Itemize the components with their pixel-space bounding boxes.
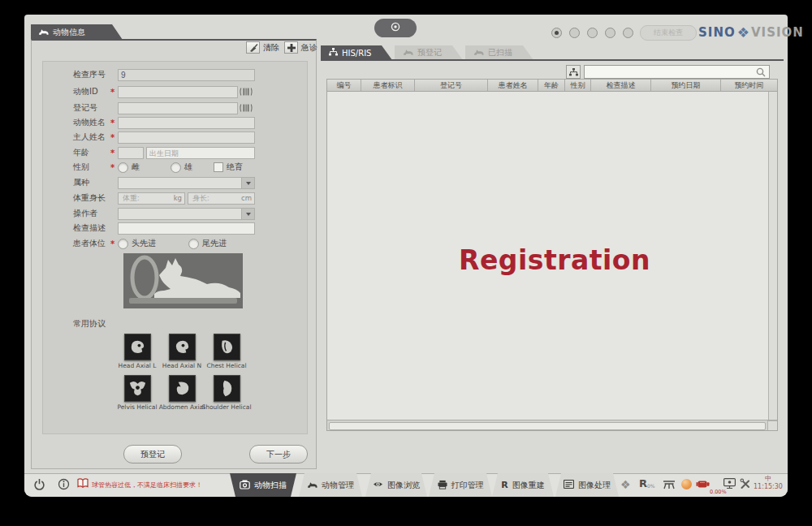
exam-no-input[interactable] [118,69,255,81]
log-book-icon[interactable] [77,478,89,489]
brand-diamond-icon: ❖ [737,26,749,40]
search-icon[interactable] [756,67,766,77]
dog-icon [403,48,413,58]
end-exam-button[interactable]: 结束检查 [640,25,697,41]
disk-usage-circle [681,479,692,489]
nav-print-manage-label: 打印管理 [451,480,484,491]
column-header[interactable]: 性别 [565,80,591,91]
clear-button[interactable]: 清除 [246,41,279,54]
protocol-thumb-pelvis-helical[interactable] [124,375,151,402]
gender-male-radio[interactable] [171,162,181,173]
status-indicator-1[interactable] [551,28,562,38]
chevron-down-icon[interactable] [241,178,254,188]
column-header[interactable]: 编号 [327,80,361,91]
gender-female-label: 雌 [132,162,140,173]
disk-usage-icon[interactable] [681,479,692,489]
protocol-thumb-abdomen-axial[interactable] [169,375,196,402]
column-header[interactable]: 年龄 [538,80,565,91]
column-header[interactable]: 登记号 [415,80,488,91]
status-indicator-5[interactable] [623,28,633,38]
desc-input[interactable] [118,222,255,235]
reg-no-label: 登记号 [73,102,110,114]
tail-first-radio[interactable] [188,239,199,249]
tube-heat-icon[interactable] [696,480,710,489]
scrollbar-thumb[interactable] [329,422,766,430]
recon-status[interactable]: R 0% [639,477,655,489]
nav-image-process[interactable]: 图像处理 [555,473,619,497]
search-input[interactable] [585,67,756,76]
column-header[interactable]: 预约日期 [651,80,721,91]
protocol-thumb-shoulder-helical[interactable] [214,375,240,402]
tab-preregistered[interactable]: 预登记 [395,45,463,60]
birth-date-input[interactable] [146,147,255,159]
tab-scanned[interactable]: 已扫描 [465,45,533,60]
species-select[interactable] [118,177,255,189]
required-marker: * [110,133,118,142]
animal-info-tab-label: 动物信息 [53,27,85,38]
tools-icon[interactable] [740,478,750,489]
weight-input[interactable] [121,193,174,203]
reg-no-input[interactable] [118,102,238,114]
owner-name-input[interactable] [118,132,255,144]
tab-underline [321,59,784,61]
age-row: 年龄 * [73,146,255,159]
head-first-label: 头先进 [132,238,156,249]
gender-row: 性别 * 雌 雄 绝育 [73,161,255,174]
length-input[interactable] [191,193,241,203]
scan-table-status-icon[interactable] [663,479,676,489]
nav-image-process-label: 图像处理 [578,480,611,491]
animal-name-input[interactable] [118,117,255,129]
application-window: 结束检查 SINO ❖ VISION 动物信息 清除 急诊 检查序号 动物ID … [0,0,812,526]
worklist-query-button[interactable] [566,65,581,79]
protocol-thumb-chest-helical[interactable] [214,334,240,360]
tab-hisris-label: HIS/RIS [342,49,371,58]
plus-icon [284,41,298,54]
nav-animal-manage[interactable]: 动物管理 [299,473,362,497]
workstation-icon[interactable] [723,478,736,489]
tube-heat-percent: 0.00% [710,489,727,495]
neutered-checkbox[interactable] [214,162,223,172]
nav-animal-manage-label: 动物管理 [322,480,354,491]
nav-animal-scan[interactable]: 动物扫描 [230,473,296,497]
head-first-radio[interactable] [118,239,128,249]
gender-female-radio[interactable] [118,162,128,173]
status-indicator-4[interactable] [605,28,615,38]
position-label: 患者体位 [73,238,110,249]
status-indicator-3[interactable] [587,28,598,38]
nav-image-browse[interactable]: 图像浏览 [365,473,427,497]
emergency-button[interactable]: 急诊 [284,41,317,54]
nav-image-browse-label: 图像浏览 [387,480,420,491]
registration-watermark: Registration [433,244,676,276]
language-indicator[interactable]: 中 [752,475,784,483]
column-header[interactable]: 患者标识 [361,80,415,91]
animal-id-input[interactable] [118,86,238,98]
eye-icon [373,480,383,490]
scrollbar-corner [767,420,777,430]
brand-logo: SINO ❖ VISION [698,24,804,41]
chevron-down-icon[interactable] [241,209,254,219]
gender-male-label: 雄 [184,162,192,173]
tab-hisris[interactable]: HIS/RIS [321,45,392,60]
vertical-scrollbar[interactable] [768,92,777,420]
operator-select[interactable] [118,208,255,220]
protocol-thumb-head-axial-l[interactable] [124,334,151,360]
age-input[interactable] [118,147,144,159]
column-header[interactable]: 患者姓名 [488,80,538,91]
power-button[interactable] [33,478,45,490]
preregister-button-label: 预登记 [140,449,165,460]
preregister-button[interactable]: 预登记 [123,445,182,463]
protocol-thumb-head-axial-n[interactable] [169,334,196,360]
animal-info-tab[interactable]: 动物信息 [31,24,123,40]
next-button[interactable]: 下一步 [249,445,308,463]
horizontal-scrollbar[interactable] [327,420,777,430]
nav-image-recon[interactable]: R 图像重建 [492,473,554,497]
position-illustration [123,253,243,308]
column-header[interactable]: 预约时间 [721,80,777,91]
animal-id-row: 动物ID * [73,85,255,98]
column-header[interactable]: 检查描述 [591,80,651,91]
nav-print-manage[interactable]: 打印管理 [429,473,492,497]
scan-control-button[interactable] [374,19,417,37]
tab-preregistered-label: 预登记 [417,47,442,58]
info-button[interactable] [58,478,70,490]
status-indicator-2[interactable] [569,28,580,38]
